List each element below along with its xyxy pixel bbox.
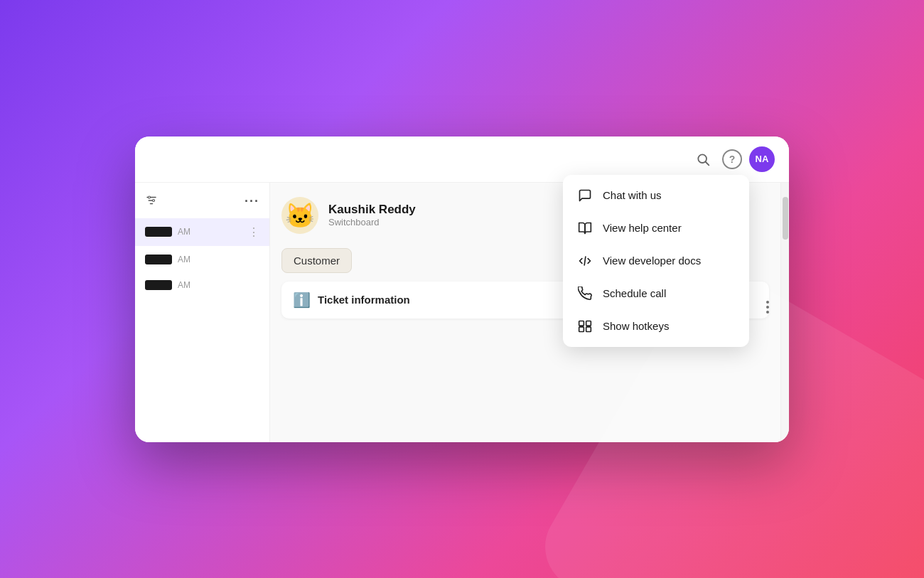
dropdown-item-help[interactable]: View help center: [563, 212, 749, 245]
contact-info: Kaushik Reddy Switchboard: [328, 203, 416, 228]
help-button[interactable]: ?: [722, 149, 742, 169]
dropdown-item-hotkeys[interactable]: Show hotkeys: [563, 310, 749, 343]
sidebar-toolbar: ···: [135, 188, 269, 215]
svg-rect-11: [586, 326, 591, 331]
sidebar-item-bar: [145, 255, 172, 264]
svg-line-1: [706, 161, 709, 165]
dropdown-label-chat: Chat with us: [603, 189, 662, 201]
contact-subtitle: Switchboard: [328, 217, 416, 228]
chat-icon: [577, 188, 593, 203]
ticket-info-label: Ticket information: [318, 294, 410, 306]
ticket-info-icon: ℹ️: [293, 291, 311, 309]
sidebar: ··· AM ⋮ AM AM: [135, 183, 270, 442]
hotkeys-icon: [577, 319, 593, 333]
sidebar-more-button[interactable]: ···: [245, 194, 259, 209]
app-window: ? NA ···: [135, 137, 789, 442]
svg-point-5: [149, 196, 151, 198]
dropdown-item-chat[interactable]: Chat with us: [563, 179, 749, 212]
dropdown-label-help: View help center: [603, 222, 682, 234]
phone-icon: [577, 287, 593, 301]
customer-badge[interactable]: Customer: [281, 248, 352, 273]
dropdown-item-developer[interactable]: View developer docs: [563, 245, 749, 277]
dropdown-menu: Chat with us View help center View de: [563, 175, 749, 347]
sidebar-item-1[interactable]: AM ⋮: [135, 218, 269, 246]
sidebar-item-2[interactable]: AM: [135, 247, 269, 272]
contact-name: Kaushik Reddy: [328, 203, 416, 217]
scrollbar-panel: [780, 183, 789, 442]
svg-point-6: [153, 199, 155, 201]
sidebar-item-bar: [145, 280, 172, 290]
svg-rect-8: [579, 321, 584, 326]
svg-rect-9: [586, 321, 591, 326]
content-more-button[interactable]: [766, 301, 769, 314]
item-more-button[interactable]: ⋮: [248, 225, 259, 239]
dropdown-label-schedule: Schedule call: [603, 287, 666, 299]
contact-avatar: 🐱: [281, 197, 318, 234]
book-icon: [577, 221, 593, 235]
dropdown-item-schedule[interactable]: Schedule call: [563, 277, 749, 310]
svg-line-7: [584, 257, 586, 265]
avatar[interactable]: NA: [749, 146, 775, 172]
svg-rect-10: [579, 326, 584, 331]
filter-icon[interactable]: [145, 194, 158, 210]
search-button[interactable]: [691, 147, 715, 171]
dropdown-label-developer: View developer docs: [603, 255, 701, 267]
sidebar-item-3[interactable]: AM: [135, 273, 269, 297]
code-icon: [577, 254, 593, 268]
dropdown-label-hotkeys: Show hotkeys: [603, 320, 669, 332]
sidebar-list: AM ⋮ AM AM: [135, 215, 269, 300]
scrollbar-thumb[interactable]: [783, 197, 788, 240]
sidebar-item-bar: [145, 227, 172, 237]
